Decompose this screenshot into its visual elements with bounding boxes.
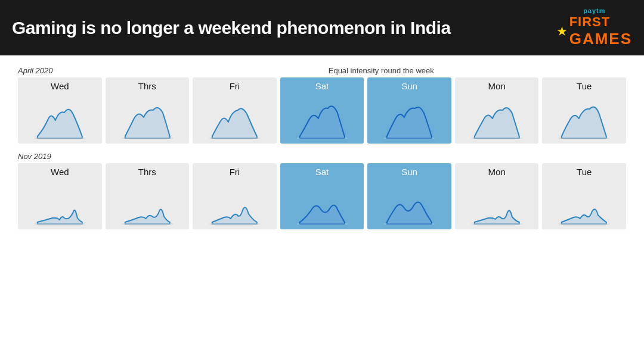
day-card-fri: Fri (193, 163, 277, 229)
logo-area: paytm ★ FIRSTGAMES (557, 7, 632, 48)
day-card-fri: Fri (193, 77, 277, 144)
chart-svg (109, 179, 186, 227)
day-label: Wed (51, 81, 69, 91)
april-section: April 2020 Equal intensity round the wee… (18, 66, 626, 144)
day-label: Tue (577, 81, 592, 91)
day-card-tue: Tue (542, 77, 626, 144)
day-label: Mon (488, 167, 506, 177)
day-label: Sun (401, 81, 417, 91)
day-card-sat: Sat (280, 163, 364, 229)
chart-svg (459, 179, 535, 227)
nov-section: Nov 2019 WedThrsFriSatSunMonTue (18, 152, 626, 229)
nov-section-top: Nov 2019 (18, 152, 626, 161)
header: Gaming is no longer a weekend phenomenon… (0, 0, 644, 55)
day-label: Mon (488, 81, 506, 91)
day-card-sun: Sun (367, 77, 451, 144)
nov-days-row: WedThrsFriSatSunMonTue (18, 163, 626, 229)
day-card-wed: Wed (18, 77, 102, 144)
day-label: Wed (51, 167, 69, 177)
star-icon: ★ (557, 25, 567, 38)
day-label: Tue (577, 167, 592, 177)
nov-label: Nov 2019 (18, 152, 51, 161)
chart-svg (21, 94, 98, 141)
equal-intensity-label: Equal intensity round the week (137, 66, 626, 75)
main-title: Gaming is no longer a weekend phenomenon… (12, 18, 451, 38)
day-label: Sat (315, 81, 329, 91)
games-logo: ★ FIRSTGAMES (557, 14, 632, 48)
chart-svg (371, 94, 448, 141)
paytm-logo: paytm (583, 7, 605, 14)
day-label: Sun (401, 167, 417, 177)
day-card-sun: Sun (367, 163, 451, 229)
day-label: Fri (230, 167, 240, 177)
day-card-tue: Tue (542, 163, 626, 229)
chart-svg (371, 179, 448, 227)
chart-svg (196, 179, 273, 227)
day-label: Sat (315, 167, 329, 177)
chart-svg (21, 179, 98, 227)
chart-svg (196, 94, 273, 141)
day-card-mon: Mon (455, 77, 539, 144)
chart-svg (546, 94, 623, 141)
chart-svg (284, 179, 361, 227)
day-card-wed: Wed (18, 163, 102, 229)
chart-svg (459, 94, 535, 141)
games-text: FIRSTGAMES (569, 14, 632, 48)
chart-svg (546, 179, 623, 227)
main-content: April 2020 Equal intensity round the wee… (0, 55, 644, 244)
april-days-row: WedThrsFriSatSunMonTue (18, 77, 626, 144)
day-card-sat: Sat (280, 77, 364, 144)
chart-svg (284, 94, 361, 141)
chart-svg (109, 94, 186, 141)
april-section-top: April 2020 Equal intensity round the wee… (18, 66, 626, 75)
day-card-thrs: Thrs (106, 77, 190, 144)
day-card-mon: Mon (455, 163, 539, 229)
day-label: Thrs (138, 167, 156, 177)
day-label: Thrs (138, 81, 156, 91)
april-label: April 2020 (18, 66, 53, 75)
day-label: Fri (230, 81, 240, 91)
day-card-thrs: Thrs (106, 163, 190, 229)
